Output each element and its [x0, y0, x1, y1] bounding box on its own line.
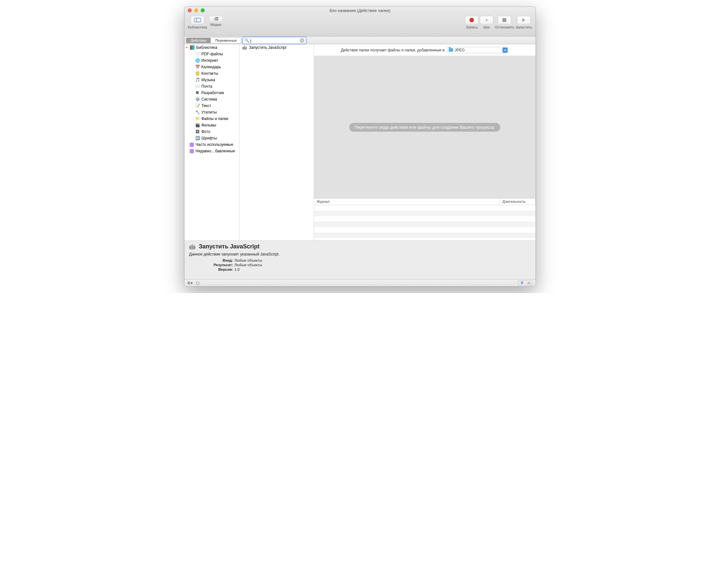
category-icon: 🎬 [195, 123, 200, 128]
category-icon: ✉️ [195, 84, 200, 89]
step-icon: ➧ [485, 17, 489, 23]
automator-window: Без названия (Действие папки) Библиотека… [184, 6, 536, 287]
log-col-journal[interactable]: Журнал [314, 198, 500, 205]
library-category[interactable]: 📅Календарь [184, 64, 239, 70]
toolbar-label: Медиа [211, 23, 221, 26]
zoom-button[interactable] [201, 8, 205, 12]
media-button[interactable]: ♪🖼 [209, 16, 223, 22]
description-key: Результат: [189, 263, 234, 267]
toolbar: Библиотека ♪🖼 Медиа Запись ➧ Шаг Останов… [184, 14, 536, 37]
library-category[interactable]: 📝Текст [184, 103, 239, 109]
action-icon: 🤖 [242, 45, 247, 50]
log-col-duration[interactable]: Длительность [500, 198, 536, 205]
tab-variables[interactable]: Переменные [211, 38, 241, 43]
category-label: Фото [201, 129, 211, 134]
actions-variables-segmented[interactable]: Действия Переменные [186, 38, 241, 43]
library-category[interactable]: 🎵Музыка [184, 77, 239, 83]
log-header: Журнал Длительность [314, 198, 536, 205]
category-icon: 🖼 [195, 129, 200, 134]
popup-arrow-icon: ▴▾ [502, 47, 507, 53]
category-label: Текст [201, 104, 211, 108]
workflow-header: Действие папки получает файлы и папки, д… [314, 44, 536, 56]
workflow-area: Действие папки получает файлы и папки, д… [314, 44, 536, 240]
automator-action-icon: 🤖 [189, 244, 196, 250]
window-title: Без названия (Действие папки) [184, 8, 536, 13]
play-icon [522, 18, 525, 22]
category-label: Контакты [201, 71, 218, 76]
action-label: Запустить JavaScript [249, 45, 286, 50]
toggle-description-button[interactable]: ▢ [196, 281, 199, 285]
log-rows [314, 205, 536, 240]
library-tabbar: Действия Переменные 🔍 ✕ [184, 37, 536, 44]
category-icon: 📄 [195, 51, 200, 57]
view-log-button[interactable]: ≣ [518, 281, 525, 285]
category-label: Фильмы [201, 123, 216, 127]
library-toggle-button[interactable] [191, 16, 204, 24]
titlebar: Без названия (Действие папки) [184, 7, 536, 14]
category-icon: ⚙️ [195, 97, 200, 102]
folder-icon [449, 48, 453, 52]
workflow-canvas[interactable]: Перетяните сюда действия или файлы для с… [314, 56, 536, 198]
library-root[interactable]: ▼ Библиотека [184, 44, 239, 51]
disclosure-icon[interactable]: ▼ [185, 46, 188, 49]
description-field: Результат:Любые объекты [189, 263, 531, 267]
view-results-button[interactable]: ▭ [525, 281, 533, 285]
main-area: ▼ Библиотека 📄PDF-файлы🌐Интернет📅Календа… [184, 44, 536, 240]
search-field[interactable]: 🔍 ✕ [243, 37, 306, 44]
action-item[interactable]: 🤖Запустить JavaScript [240, 44, 314, 51]
library-category[interactable]: 🌐Интернет [184, 57, 239, 64]
folder-popup[interactable]: JPEG ▴▾ [447, 47, 508, 54]
log-row [314, 222, 536, 227]
smart-folder-icon [190, 143, 194, 147]
library-category[interactable]: ⚙️Система [184, 96, 239, 103]
close-button[interactable] [188, 8, 192, 12]
category-label: Разработчик [201, 90, 224, 95]
library-category[interactable]: 🎬Фильмы [184, 122, 239, 128]
description-value: 1.0 [234, 268, 240, 271]
library-category[interactable]: 📄PDF-файлы [184, 51, 239, 57]
view-mode-segmented[interactable]: ≣ ▭ [518, 280, 533, 286]
clear-search-button[interactable]: ✕ [300, 38, 304, 43]
library-category[interactable]: 📁Файлы и папки [184, 115, 239, 122]
tab-actions[interactable]: Действия [186, 38, 211, 43]
category-icon: 📝 [195, 103, 200, 108]
category-icon: 🎵 [195, 77, 200, 82]
library-category[interactable]: 🖼Фото [184, 128, 239, 135]
library-category[interactable]: 🔤Шрифты [184, 135, 239, 141]
category-label: Музыка [201, 78, 215, 82]
run-button[interactable] [517, 16, 531, 24]
statusbar: ⚙▾ ▢ ≣ ▭ [184, 279, 536, 286]
action-menu-button[interactable]: ⚙▾ [187, 281, 193, 285]
minimize-button[interactable] [194, 8, 198, 12]
category-icon: 📁 [195, 116, 200, 121]
library-categories[interactable]: ▼ Библиотека 📄PDF-файлы🌐Интернет📅Календа… [184, 44, 240, 240]
library-category[interactable]: ✉️Почта [184, 83, 239, 90]
smart-folder-label: Часто используемые [196, 142, 233, 147]
log-row [314, 211, 536, 216]
search-input[interactable] [249, 38, 300, 43]
description-field: Вход:Любые объекты [189, 258, 531, 262]
step-button[interactable]: ➧ [480, 16, 493, 24]
description-title: Запустить JavaScript [199, 243, 260, 250]
category-label: Шрифты [201, 136, 217, 140]
library-category[interactable]: 🔧Утилиты [184, 109, 239, 115]
description-value: Любые объекты [234, 263, 262, 267]
description-key: Версия: [189, 268, 234, 271]
actions-list[interactable]: 🤖Запустить JavaScript [240, 44, 314, 240]
toolbar-label: Запись [466, 25, 478, 29]
category-label: PDF-файлы [201, 52, 223, 56]
log-row [314, 205, 536, 211]
folder-selected-label: JPEG [455, 48, 464, 52]
record-button[interactable] [465, 16, 479, 24]
library-root-label: Библиотека [196, 45, 217, 50]
library-smart-folder[interactable]: Часто используемые [184, 141, 239, 148]
category-label: Интернет [201, 58, 218, 63]
library-category[interactable]: 📒Контакты [184, 70, 239, 77]
record-icon [469, 18, 474, 22]
category-icon: 🛠 [195, 90, 200, 96]
library-category[interactable]: 🛠Разработчик [184, 90, 239, 96]
category-icon: 📅 [195, 64, 200, 69]
stop-button[interactable] [498, 16, 511, 24]
library-smart-folder[interactable]: Недавно…бавленные [184, 148, 239, 154]
svg-rect-0 [194, 18, 201, 22]
